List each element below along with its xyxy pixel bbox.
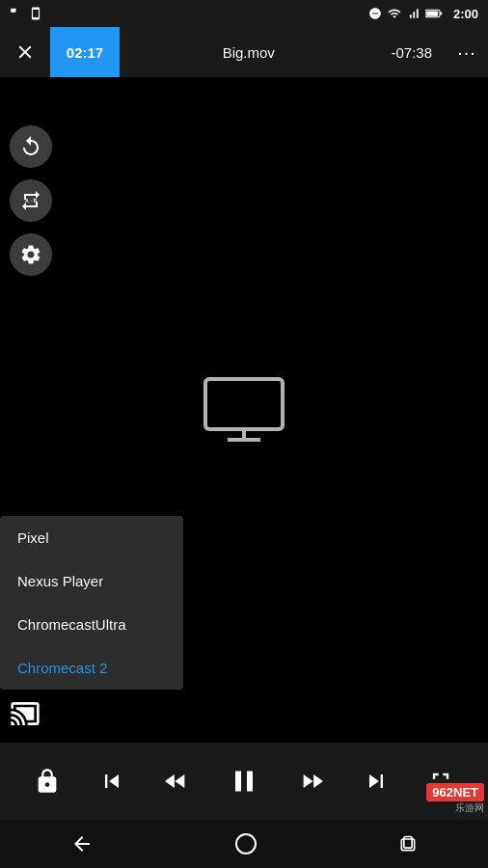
filename: Big.mov bbox=[120, 44, 377, 61]
skip-back-icon bbox=[98, 768, 125, 795]
watermark: 962NET 乐游网 bbox=[426, 783, 484, 815]
lock-button[interactable] bbox=[34, 768, 61, 795]
remaining-time: -07:38 bbox=[377, 44, 446, 61]
battery-icon bbox=[425, 8, 443, 19]
skip-back-button[interactable] bbox=[98, 768, 125, 795]
bottom-controls bbox=[0, 743, 488, 820]
dnd-icon bbox=[368, 7, 382, 20]
current-time: 02:17 bbox=[50, 27, 120, 77]
status-time: 2:00 bbox=[453, 7, 478, 21]
cast-option-nexus-player[interactable]: Nexus Player bbox=[0, 559, 183, 603]
lock-icon bbox=[34, 768, 61, 795]
back-button[interactable] bbox=[70, 832, 94, 855]
recents-button[interactable] bbox=[398, 834, 418, 854]
cast-option-chromecast-2[interactable]: Chromecast 2 bbox=[0, 646, 183, 690]
settings-icon bbox=[19, 243, 42, 266]
svg-text:A→B: A→B bbox=[25, 198, 38, 203]
rotate-button[interactable] bbox=[10, 125, 52, 168]
status-bar: 2:00 bbox=[0, 0, 488, 27]
pause-button[interactable] bbox=[227, 764, 261, 799]
recents-icon bbox=[398, 834, 418, 854]
cast-screen-icon bbox=[201, 374, 287, 447]
svg-rect-3 bbox=[440, 13, 442, 15]
skip-next-icon bbox=[363, 768, 390, 795]
cast-option-chromecast-ultra[interactable]: ChromecastUltra bbox=[0, 603, 183, 646]
notification-icon bbox=[10, 7, 23, 20]
cast-option-pixel[interactable]: Pixel bbox=[0, 516, 183, 559]
signal-icon bbox=[407, 7, 420, 20]
top-toolbar: 02:17 Big.mov -07:38 ··· bbox=[0, 27, 488, 77]
screenshot-icon bbox=[29, 7, 42, 20]
fast-forward-button[interactable] bbox=[299, 768, 326, 795]
ab-repeat-icon: A→B bbox=[19, 189, 42, 212]
ab-repeat-button[interactable]: A→B bbox=[10, 179, 52, 222]
watermark-site: 乐游网 bbox=[455, 801, 484, 815]
svg-rect-4 bbox=[205, 379, 283, 429]
watermark-code: 962NET bbox=[426, 783, 484, 801]
close-button[interactable] bbox=[0, 27, 50, 77]
android-nav-bar bbox=[0, 820, 488, 868]
rotate-icon bbox=[19, 135, 42, 158]
left-controls: A→B bbox=[10, 125, 52, 276]
back-icon bbox=[70, 832, 94, 855]
rewind-icon bbox=[162, 768, 189, 795]
cast-dropdown: Pixel Nexus Player ChromecastUltra Chrom… bbox=[0, 516, 183, 690]
rewind-button[interactable] bbox=[162, 768, 189, 795]
svg-point-8 bbox=[236, 834, 256, 854]
pause-icon bbox=[227, 764, 261, 799]
more-button[interactable]: ··· bbox=[446, 27, 488, 77]
wifi-icon bbox=[387, 7, 402, 20]
cast-icon bbox=[10, 698, 41, 729]
skip-next-button[interactable] bbox=[363, 768, 390, 795]
close-icon bbox=[14, 41, 36, 63]
home-button[interactable] bbox=[234, 832, 258, 855]
fast-forward-icon bbox=[299, 768, 326, 795]
svg-rect-0 bbox=[11, 9, 15, 13]
status-right-icons: 2:00 bbox=[368, 7, 478, 21]
status-left-icons bbox=[10, 7, 42, 20]
svg-rect-2 bbox=[426, 11, 438, 15]
cast-button[interactable] bbox=[10, 698, 41, 733]
settings-button[interactable] bbox=[10, 233, 52, 276]
home-icon bbox=[234, 832, 258, 855]
